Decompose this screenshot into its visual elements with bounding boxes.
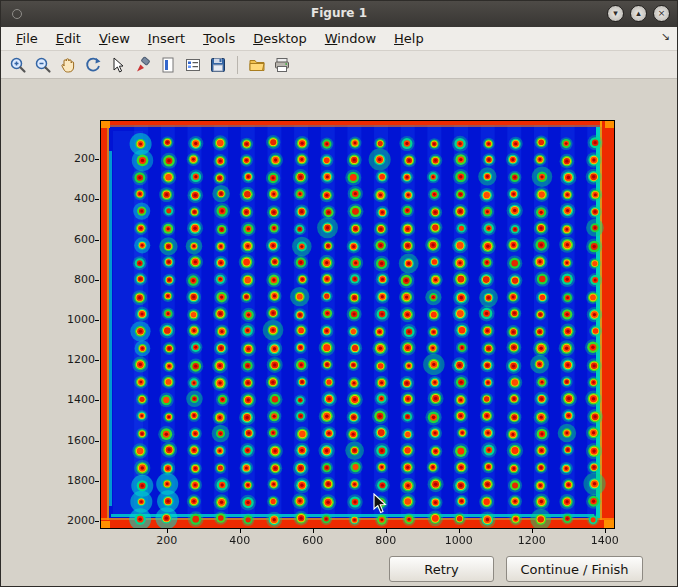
menu-edit[interactable]: Edit — [47, 29, 90, 48]
x-tick-label: 1200 — [518, 534, 546, 547]
figure-toolbar — [1, 51, 677, 79]
window-title: Figure 1 — [1, 6, 677, 20]
menubar: File Edit View Insert Tools Desktop Wind… — [1, 27, 677, 51]
x-tick-label: 400 — [229, 534, 250, 547]
x-tick-mark — [532, 529, 533, 533]
x-tick-mark — [313, 529, 314, 533]
x-tick-label: 1400 — [591, 534, 619, 547]
x-tick-label: 600 — [302, 534, 323, 547]
y-tick-label: 1800 — [55, 474, 95, 487]
zoom-in-icon[interactable] — [7, 54, 29, 76]
y-tick-mark — [95, 320, 99, 321]
y-tick-label: 600 — [55, 233, 95, 246]
menu-view[interactable]: View — [90, 29, 139, 48]
x-tick-mark — [240, 529, 241, 533]
titlebar[interactable]: Figure 1 ▾ ▴ × — [1, 1, 677, 28]
y-tick-label: 2000 — [55, 514, 95, 527]
pan-icon[interactable] — [57, 54, 79, 76]
plot-axes — [100, 120, 615, 529]
zoom-out-icon[interactable] — [32, 54, 54, 76]
y-tick-label: 400 — [55, 192, 95, 205]
menu-tools[interactable]: Tools — [194, 29, 244, 48]
y-tick-label: 800 — [55, 273, 95, 286]
data-cursor-icon[interactable] — [107, 54, 129, 76]
dock-arrow-icon[interactable]: ↘ — [661, 30, 670, 43]
y-tick-mark — [95, 400, 99, 401]
maximize-button[interactable]: ▴ — [630, 5, 647, 22]
y-tick-mark — [95, 199, 99, 200]
save-figure-icon[interactable] — [207, 54, 229, 76]
y-tick-mark — [95, 481, 99, 482]
y-tick-label: 1400 — [55, 393, 95, 406]
y-tick-mark — [95, 360, 99, 361]
titlebar-buttons: ▾ ▴ × — [607, 5, 670, 22]
continue-finish-button[interactable]: Continue / Finish — [506, 556, 643, 582]
open-file-icon[interactable] — [246, 54, 268, 76]
x-tick-mark — [459, 529, 460, 533]
menu-window[interactable]: Window — [316, 29, 385, 48]
menu-desktop[interactable]: Desktop — [244, 29, 316, 48]
rotate-3d-icon[interactable] — [82, 54, 104, 76]
insert-legend-icon[interactable] — [182, 54, 204, 76]
y-tick-label: 1600 — [55, 434, 95, 447]
y-tick-mark — [95, 159, 99, 160]
brush-icon[interactable] — [132, 54, 154, 76]
y-tick-mark — [95, 280, 99, 281]
figure-window: Figure 1 ▾ ▴ × File Edit View Insert Too… — [0, 0, 678, 587]
minimize-button[interactable]: ▾ — [607, 5, 624, 22]
x-tick-label: 800 — [375, 534, 396, 547]
x-tick-mark — [605, 529, 606, 533]
figure-area — [1, 79, 677, 586]
x-tick-mark — [386, 529, 387, 533]
insert-colorbar-icon[interactable] — [157, 54, 179, 76]
y-tick-label: 200 — [55, 152, 95, 165]
heatmap-canvas[interactable] — [101, 121, 614, 528]
menu-file[interactable]: File — [7, 29, 47, 48]
y-tick-label: 1000 — [55, 313, 95, 326]
x-tick-mark — [167, 529, 168, 533]
retry-button[interactable]: Retry — [389, 556, 494, 582]
print-figure-icon[interactable] — [271, 54, 293, 76]
x-tick-label: 200 — [156, 534, 177, 547]
y-tick-mark — [95, 521, 99, 522]
menu-help[interactable]: Help — [385, 29, 433, 48]
y-tick-mark — [95, 240, 99, 241]
y-tick-label: 1200 — [55, 353, 95, 366]
toolbar-separator — [237, 56, 238, 74]
y-tick-mark — [95, 441, 99, 442]
close-button[interactable]: × — [653, 5, 670, 22]
x-tick-label: 1000 — [445, 534, 473, 547]
menu-insert[interactable]: Insert — [139, 29, 194, 48]
